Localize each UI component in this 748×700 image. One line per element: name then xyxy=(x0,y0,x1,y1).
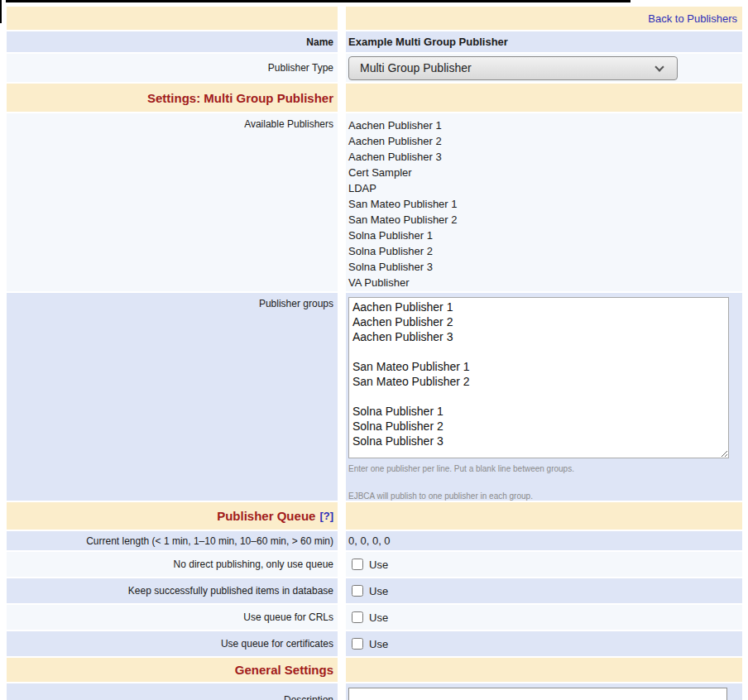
use-queue-certificates-checkbox[interactable] xyxy=(352,638,363,650)
use-queue-certificates-row: Use queue for certificates Use xyxy=(7,631,742,656)
available-publishers-row: Available Publishers Aachen Publisher 1 … xyxy=(7,113,742,291)
settings-section-title: Settings: Multi Group Publisher xyxy=(7,84,338,112)
general-settings-header-right-cell xyxy=(346,658,742,682)
publisher-groups-row: Publisher groups Aachen Publisher 1 Aach… xyxy=(7,293,742,501)
list-item: Aachen Publisher 2 xyxy=(348,133,442,149)
no-direct-publishing-label: No direct publishing, only use queue xyxy=(7,552,338,577)
description-row: Description xyxy=(7,683,742,700)
publisher-edit-form: Back to Publishers Name Example Multi Gr… xyxy=(7,7,742,700)
name-row: Name Example Multi Group Publisher xyxy=(7,31,742,52)
current-length-value: 0, 0, 0, 0 xyxy=(346,531,742,550)
description-input[interactable] xyxy=(348,688,727,700)
publisher-type-row: Publisher Type Multi Group Publisher xyxy=(7,54,742,82)
list-item: Solna Publisher 3 xyxy=(348,259,433,275)
name-value: Example Multi Group Publisher xyxy=(346,31,742,52)
top-bar-left-cell xyxy=(7,7,338,30)
list-item: Cert Sampler xyxy=(348,165,412,180)
list-item: VA Publisher xyxy=(348,275,409,290)
publisher-queue-section-title: Publisher Queue xyxy=(217,509,315,523)
no-direct-publishing-row: No direct publishing, only use queue Use xyxy=(7,552,742,577)
available-publishers-label: Available Publishers xyxy=(7,113,338,291)
back-to-publishers-link[interactable]: Back to Publishers xyxy=(648,12,737,25)
screenshot-edge-artifact-left xyxy=(0,0,2,23)
publisher-type-label: Publisher Type xyxy=(7,54,338,82)
available-publishers-list: Aachen Publisher 1 Aachen Publisher 2 Aa… xyxy=(346,113,742,291)
list-item: San Mateo Publisher 1 xyxy=(348,196,458,212)
no-direct-publishing-checkbox[interactable] xyxy=(352,559,363,570)
publisher-queue-header-right-cell xyxy=(346,502,742,530)
list-item: LDAP xyxy=(348,180,376,196)
use-queue-crls-label: Use queue for CRLs xyxy=(7,605,338,630)
publisher-type-select[interactable]: Multi Group Publisher xyxy=(348,56,678,80)
general-settings-section-header: General Settings xyxy=(7,658,742,682)
publisher-groups-help-2: EJBCA will publish to one publisher in e… xyxy=(348,491,533,501)
list-item: Solna Publisher 2 xyxy=(348,243,433,259)
publisher-groups-label: Publisher groups xyxy=(7,293,338,501)
publisher-queue-section-header: Publisher Queue [?] xyxy=(7,502,742,530)
description-label: Description xyxy=(7,683,338,700)
publisher-type-select-wrap: Multi Group Publisher xyxy=(348,56,678,80)
checkbox-label: Use xyxy=(369,638,388,650)
current-length-label: Current length (< 1 min, 1–10 min, 10–60… xyxy=(7,531,338,550)
screenshot-edge-artifact-top xyxy=(6,0,631,2)
list-item: Solna Publisher 1 xyxy=(348,228,433,243)
publisher-groups-help-1: Enter one publisher per line. Put a blan… xyxy=(348,464,574,473)
publisher-groups-textarea[interactable]: Aachen Publisher 1 Aachen Publisher 2 Aa… xyxy=(348,297,729,458)
checkbox-label: Use xyxy=(369,585,388,597)
use-queue-crls-row: Use queue for CRLs Use xyxy=(7,605,742,630)
list-item: Aachen Publisher 1 xyxy=(348,117,442,133)
settings-section-header: Settings: Multi Group Publisher xyxy=(7,84,742,112)
use-queue-certificates-label: Use queue for certificates xyxy=(7,631,338,656)
checkbox-label: Use xyxy=(369,559,388,571)
publisher-queue-help-link[interactable]: [?] xyxy=(319,510,333,522)
top-bar: Back to Publishers xyxy=(7,7,742,30)
list-item: San Mateo Publisher 2 xyxy=(348,212,458,228)
name-label: Name xyxy=(7,31,338,52)
checkbox-label: Use xyxy=(369,611,388,624)
keep-published-items-label: Keep successfully published items in dat… xyxy=(7,578,338,603)
general-settings-section-title: General Settings xyxy=(7,658,338,682)
use-queue-crls-checkbox[interactable] xyxy=(352,611,363,623)
keep-published-items-checkbox[interactable] xyxy=(352,585,363,597)
list-item: Aachen Publisher 3 xyxy=(348,149,442,165)
settings-section-header-right-cell xyxy=(346,84,742,112)
current-length-row: Current length (< 1 min, 1–10 min, 10–60… xyxy=(7,531,742,550)
keep-published-items-row: Keep successfully published items in dat… xyxy=(7,578,742,603)
